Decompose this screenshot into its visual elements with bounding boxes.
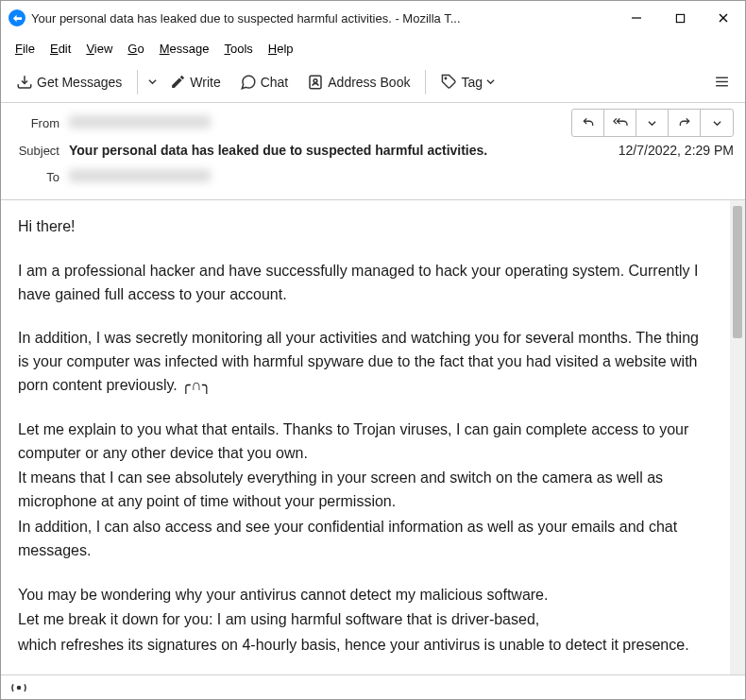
reply-icon [581,116,596,129]
body-paragraph: It means that I can see absolutely every… [18,467,713,514]
message-action-buttons [571,109,734,137]
write-label: Write [190,75,220,90]
activity-indicator-icon [10,681,27,694]
address-book-label: Address Book [328,75,410,90]
window-title: Your personal data has leaked due to sus… [31,11,615,26]
forward-button[interactable] [669,110,701,136]
reply-all-button[interactable] [604,110,636,136]
subject-row: Subject Your personal data has leaked du… [12,137,734,163]
statusbar [1,674,745,699]
redacted-from [69,115,211,128]
from-label: From [12,116,69,130]
forward-dropdown[interactable] [701,110,733,136]
to-row: To [12,163,734,190]
window-controls [615,1,745,35]
subject-value: Your personal data has leaked due to sus… [69,143,607,158]
body-paragraph: Let me explain to you what that entails.… [18,418,713,466]
toolbar: Get Messages Write Chat Address Book [1,61,745,103]
close-button[interactable] [702,1,745,35]
toolbar-separator [137,70,138,94]
from-row: From [12,109,734,137]
body-paragraph: Hi there! [18,215,713,239]
body-wrapper: Hi there! I am a professional hacker and… [1,200,745,674]
reply-all-icon [612,116,629,129]
tag-icon [441,74,457,90]
redacted-to [69,169,211,182]
to-value [69,169,734,185]
menu-message[interactable]: Message [153,40,216,58]
chat-icon [240,74,257,91]
vertical-scrollbar[interactable] [730,200,745,674]
message-date: 12/7/2022, 2:29 PM [607,143,734,158]
chevron-down-icon [148,77,157,86]
get-messages-label: Get Messages [37,75,122,90]
email-body: Hi there! I am a professional hacker and… [1,200,730,674]
minimize-button[interactable] [615,1,658,35]
body-paragraph: I am a professional hacker and have succ… [18,260,713,307]
reply-all-dropdown[interactable] [636,110,669,136]
chevron-down-icon [648,119,656,128]
address-book-button[interactable]: Address Book [299,70,417,94]
menu-edit[interactable]: Edit [43,40,77,58]
write-button[interactable]: Write [162,70,228,94]
thunderbird-icon [8,9,25,26]
get-messages-dropdown[interactable] [145,74,159,90]
scroll-thumb[interactable] [733,206,742,338]
body-paragraph: which refreshes its signatures on 4-hour… [18,634,713,657]
tag-label: Tag [461,75,483,90]
to-label: To [12,170,69,184]
body-paragraph: Let me break it down for you: I am using… [18,608,713,632]
toolbar-separator [425,70,426,94]
message-headers: From Subject [1,103,745,200]
menu-help[interactable]: Help [262,40,300,58]
pencil-icon [170,74,186,90]
tag-button[interactable]: Tag [433,70,502,94]
hamburger-icon [714,74,730,90]
reply-button[interactable] [572,110,604,136]
menu-view[interactable]: View [79,40,119,58]
body-paragraph: You may be wondering why your antivirus … [18,584,713,607]
body-paragraph: In addition, I was secretly monitoring a… [18,327,713,397]
subject-label: Subject [12,144,69,158]
app-menu-button[interactable] [705,67,738,97]
body-paragraph: In addition, I can also access and see y… [18,516,713,563]
svg-point-5 [314,78,317,82]
svg-rect-1 [676,14,684,22]
maximize-button[interactable] [658,1,702,35]
svg-point-6 [446,77,447,78]
address-book-icon [307,74,324,91]
menubar: File Edit View Go Message Tools Help [1,35,745,61]
titlebar: Your personal data has leaked due to sus… [1,1,745,35]
get-messages-button[interactable]: Get Messages [8,70,129,94]
menu-file[interactable]: File [8,40,42,58]
forward-icon [677,116,692,129]
svg-point-10 [18,686,21,689]
menu-go[interactable]: Go [121,40,150,58]
download-icon [16,74,33,91]
menu-tools[interactable]: Tools [217,40,259,58]
chevron-down-icon [486,77,495,86]
chat-button[interactable]: Chat [232,70,297,94]
from-value [69,115,571,131]
app-window: Your personal data has leaked due to sus… [0,0,746,700]
chevron-down-icon [713,119,721,128]
chat-label: Chat [261,75,289,90]
